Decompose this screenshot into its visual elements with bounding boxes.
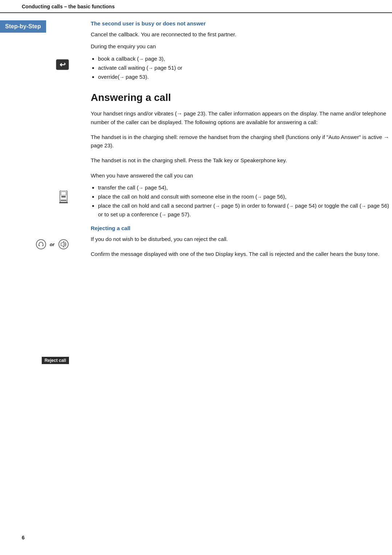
content-area: The second user is busy or does not answ…: [80, 13, 392, 371]
rejecting-heading: Rejecting a call: [91, 225, 392, 231]
reject-call-label[interactable]: Reject call: [42, 357, 69, 364]
answering-intro: Your handset rings and/or vibrates (→ pa…: [91, 109, 392, 126]
sidebar: Step-by-Step ↩: [0, 13, 80, 371]
after-answer-intro: When you have answered the call you can: [91, 171, 392, 180]
svg-rect-9: [59, 202, 68, 203]
spacer-5: [0, 255, 73, 350]
reject-action-block: Confirm the message displayed with one o…: [91, 250, 392, 258]
page-container: Conducting calls – the basic functions S…: [0, 0, 392, 555]
during-enquiry-text: During the enquiry you can: [91, 42, 392, 50]
bullet-hold-consult: place the call on hold and consult with …: [98, 192, 392, 201]
spacer-2: [0, 76, 73, 143]
after-answer-block: When you have answered the call you can …: [91, 171, 392, 219]
after-answer-bullets: transfer the call (→ page 54), place the…: [98, 183, 392, 219]
second-user-busy-section: The second user is busy or does not answ…: [91, 20, 392, 81]
spacer-1: [0, 40, 73, 54]
bullet-callback: book a callback (→ page 3),: [98, 54, 392, 63]
svg-rect-8: [64, 196, 66, 197]
reject-call-row: Reject call: [0, 350, 73, 371]
step-by-step-badge: Step-by-Step: [0, 20, 46, 33]
svg-point-10: [36, 240, 46, 249]
answering-heading: Answering a call: [91, 92, 392, 103]
cancel-icon-row: ↩: [0, 54, 73, 76]
rejecting-intro: If you do not wish to be disturbed, you …: [91, 235, 392, 243]
svg-marker-14: [61, 241, 64, 247]
header-bar: Conducting calls – the basic functions: [0, 0, 392, 13]
bullet-transfer: transfer the call (→ page 54),: [98, 183, 392, 192]
cancel-callback-icon: ↩: [56, 58, 69, 71]
svg-rect-7: [63, 196, 64, 197]
page-number: 6: [22, 535, 25, 540]
svg-rect-3: [61, 192, 66, 195]
enquiry-bullets: book a callback (→ page 3), activate cal…: [98, 54, 392, 81]
answering-a-call-section: Answering a call Your handset rings and/…: [91, 92, 392, 126]
spacer-3: [0, 143, 73, 186]
charger-icon-row: [0, 186, 73, 208]
rejecting-a-call-section: Rejecting a call If you do not wish to b…: [91, 225, 392, 243]
header-title: Conducting calls – the basic functions: [22, 4, 115, 9]
charging-shell-block: The handset is in the charging shell: re…: [91, 133, 392, 150]
cancel-callback-text: Cancel the callback. You are reconnected…: [91, 30, 392, 38]
spacer-4: [0, 208, 73, 233]
second-user-heading: The second user is busy or does not answ…: [91, 20, 392, 26]
talk-key-block: The handset is not in the charging shell…: [91, 156, 392, 164]
svg-point-13: [59, 240, 68, 249]
svg-rect-6: [61, 196, 63, 197]
talk-speaker-row: or: [0, 233, 73, 255]
reject-action-text: Confirm the message displayed with one o…: [91, 250, 392, 258]
content-with-sidebar: Step-by-Step ↩: [0, 13, 392, 371]
talk-key-text: The handset is not in the charging shell…: [91, 156, 392, 164]
talk-speaker-icons: or: [36, 239, 69, 250]
or-label: or: [50, 242, 54, 247]
bullet-override: override(→ page 53).: [98, 73, 392, 81]
svg-text:↩: ↩: [60, 61, 66, 69]
charging-shell-icon: [58, 190, 69, 204]
charging-shell-text: The handset is in the charging shell: re…: [91, 133, 392, 150]
bullet-call-waiting: activate call waiting (→ page 51) or: [98, 64, 392, 72]
bullet-hold-second: place the call on hold and call a second…: [98, 201, 392, 219]
